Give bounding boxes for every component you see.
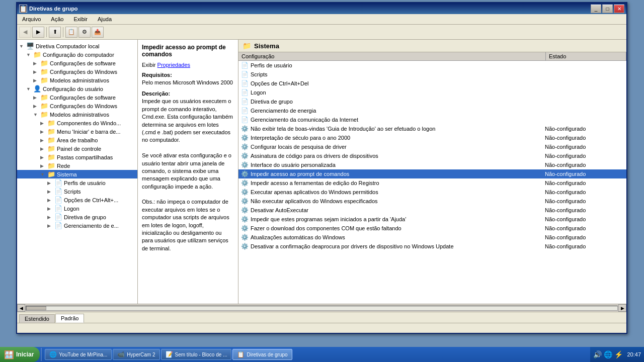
col-config-header[interactable]: Configuração bbox=[238, 52, 546, 60]
list-row[interactable]: ⚙️Executar apenas aplicativos do Windows… bbox=[238, 188, 626, 197]
tree-item[interactable]: ▶📁Rede bbox=[17, 161, 137, 170]
taskbar: 🪟 Iniciar 🌐YouTube de MrPina...📹HyperCam… bbox=[0, 347, 644, 362]
list-row[interactable]: ⚙️Interpretação de século para o ano 200… bbox=[238, 133, 626, 142]
start-button[interactable]: 🪟 Iniciar bbox=[0, 347, 40, 362]
back-button[interactable]: ◀ bbox=[19, 27, 31, 38]
tree-item[interactable]: ▶📁Painel de controle bbox=[17, 144, 137, 153]
forward-button[interactable]: ▶ bbox=[32, 27, 44, 38]
app-icon: 📋 bbox=[19, 5, 27, 13]
tree-item[interactable]: ▶📄Diretiva de grupo bbox=[17, 213, 137, 221]
tree-item[interactable]: ▶📄Gerenciamento de e... bbox=[17, 221, 137, 230]
tab-estendido[interactable]: Estendido bbox=[19, 314, 55, 323]
list-row[interactable]: ⚙️Interface do usuário personalizadaNão-… bbox=[238, 160, 626, 169]
menu-ajuda[interactable]: Ajuda bbox=[95, 15, 115, 23]
list-row-name: Impedir acesso ao prompt de comandos bbox=[250, 171, 545, 177]
tree-item[interactable]: ▶📄Perfis de usuário bbox=[17, 178, 137, 187]
tree-item[interactable]: ▶📁Modelos administrativos bbox=[17, 76, 137, 84]
minimize-button[interactable]: _ bbox=[591, 5, 601, 13]
desc-link[interactable]: Propriedades bbox=[157, 62, 190, 68]
list-row[interactable]: ⚙️Assinatura de código para os drivers d… bbox=[238, 151, 626, 160]
export-button[interactable]: 📤 bbox=[92, 27, 104, 38]
list-row[interactable]: 📄Perfis de usuário bbox=[238, 61, 626, 70]
taskbar-app[interactable]: 📝Sem título - Bloco de ... bbox=[161, 349, 232, 360]
list-row[interactable]: ⚙️Não exibir tela de boas-vindas 'Guia d… bbox=[238, 124, 626, 133]
list-row[interactable]: ⚙️Desativar a confirmação deaprocura por… bbox=[238, 242, 626, 251]
desc-req-text: Pelo menos Microsoft Windows 2000 bbox=[142, 79, 234, 86]
show-hide-button[interactable]: 📋 bbox=[65, 27, 77, 38]
tree-item[interactable]: ▶📁Menu 'Iniciar' e barra de... bbox=[17, 127, 137, 136]
list-row[interactable]: ⚙️Impedir acesso ao prompt de comandosNã… bbox=[238, 169, 626, 178]
tree-item[interactable]: ▶📄Logon bbox=[17, 204, 137, 213]
list-row-estado: Não-configurado bbox=[545, 171, 625, 177]
list-row[interactable]: 📄Gerenciamento de energia bbox=[238, 106, 626, 115]
menu-arquivo[interactable]: Arquivo bbox=[19, 15, 44, 23]
tree-item-icon: 📁 bbox=[40, 111, 48, 118]
col-estado-header[interactable]: Estado bbox=[546, 52, 626, 60]
taskbar-app[interactable]: 📋Diretivas de grupo bbox=[232, 349, 292, 360]
list-row-estado: Não-configurado bbox=[545, 135, 625, 141]
scroll-track-h[interactable] bbox=[26, 306, 618, 311]
tree-item[interactable]: ▼📁Modelos administrativos bbox=[17, 110, 137, 119]
tree-item[interactable]: ▼👤Configuração do usuário bbox=[17, 84, 137, 93]
list-row[interactable]: ⚙️Configurar locais de pesquisa de drive… bbox=[238, 142, 626, 151]
list-row[interactable]: ⚙️Impedir que estes programas sejam inic… bbox=[238, 215, 626, 224]
tree-expand-icon: ▼ bbox=[40, 172, 46, 177]
tree-expand-icon: ▶ bbox=[47, 180, 53, 186]
tree-item-label: Painel de controle bbox=[57, 146, 101, 152]
list-row[interactable]: ⚙️Fazer o download dos componentes COM q… bbox=[238, 224, 626, 233]
list-row[interactable]: ⚙️Não executar aplicativos do Windows es… bbox=[238, 197, 626, 206]
close-button[interactable]: ✕ bbox=[614, 5, 624, 13]
tree-item[interactable]: ▶📁Componentes do Windo... bbox=[17, 119, 137, 127]
taskbar-app[interactable]: 🌐YouTube de MrPina... bbox=[45, 349, 112, 360]
tree-item[interactable]: ▼🖥️Diretiva Computador local bbox=[17, 42, 137, 50]
tree-item[interactable]: ▶📁Área de trabalho bbox=[17, 136, 137, 144]
tree-item[interactable]: ▶📁Configurações do Windows bbox=[17, 67, 137, 76]
restore-button[interactable]: □ bbox=[602, 5, 613, 13]
list-row[interactable]: 📄Scripts bbox=[238, 70, 626, 79]
list-row[interactable]: ⚙️Atualizações automáticas do WindowsNão… bbox=[238, 233, 626, 242]
menu-exibir[interactable]: Exibir bbox=[70, 15, 91, 23]
list-row-icon: ⚙️ bbox=[239, 225, 250, 232]
tray-icon-2[interactable]: 🌐 bbox=[604, 350, 612, 358]
list-row-name: Impedir acesso a ferramentas de edição d… bbox=[250, 180, 545, 186]
tray-icon-3[interactable]: ⚡ bbox=[614, 350, 623, 358]
tab-padrao[interactable]: Padrão bbox=[55, 314, 84, 323]
scroll-left-btn[interactable]: ◀ bbox=[17, 304, 25, 312]
tray-icon-1[interactable]: 🔊 bbox=[593, 350, 602, 358]
list-row[interactable]: ⚙️Impedir acesso a ferramentas de edição… bbox=[238, 178, 626, 188]
list-row-estado: Não-configurado bbox=[545, 234, 625, 240]
list-row-estado: Não-configurado bbox=[545, 153, 625, 159]
tree-item-icon: 📁 bbox=[47, 170, 55, 178]
up-button[interactable]: ⬆ bbox=[49, 27, 61, 38]
list-row-estado: Não-configurado bbox=[545, 198, 625, 204]
menu-acao[interactable]: Ação bbox=[48, 15, 66, 23]
list-header-bar: 📁 Sistema bbox=[238, 40, 626, 52]
list-row[interactable]: 📄Diretiva de grupo bbox=[238, 97, 626, 106]
scroll-right-btn[interactable]: ▶ bbox=[618, 304, 626, 312]
list-row[interactable]: 📄Gerenciamento da comunicação da Interne… bbox=[238, 115, 626, 124]
tree-item[interactable]: ▶📁Pastas compartilhadas bbox=[17, 153, 137, 161]
tree-item-label: Configurações de software bbox=[50, 60, 116, 66]
tabs-bar: Estendido Padrão bbox=[17, 312, 626, 323]
taskbar-app-label: Sem título - Bloco de ... bbox=[175, 352, 227, 357]
tree-item[interactable]: ▶📄Scripts bbox=[17, 187, 137, 196]
list-row-name: Configurar locais de pesquisa de driver bbox=[250, 144, 545, 150]
scrollbar-h[interactable]: ◀ ▶ bbox=[17, 304, 626, 312]
list-row[interactable]: 📄Opções de Ctrl+Alt+Del bbox=[238, 79, 626, 88]
taskbar-app[interactable]: 📹HyperCam 2 bbox=[113, 349, 159, 360]
tree-item[interactable]: ▶📄Opções de Ctrl+Alt+... bbox=[17, 196, 137, 204]
tree-item[interactable]: ▶📁Configurações de software bbox=[17, 93, 137, 102]
tree-item[interactable]: ▼📁Configuração do computador bbox=[17, 50, 137, 59]
properties-button[interactable]: ⚙ bbox=[78, 27, 91, 38]
list-row[interactable]: 📄Logon bbox=[238, 88, 626, 97]
tree-expand-icon: ▶ bbox=[33, 61, 39, 66]
list-row[interactable]: ⚙️Desativar AutoExecutarNão-configurado bbox=[238, 206, 626, 215]
tree-item-label: Gerenciamento de e... bbox=[64, 223, 119, 229]
list-row-icon: 📄 bbox=[239, 71, 250, 78]
scroll-thumb-h[interactable] bbox=[26, 306, 46, 310]
tree-item[interactable]: ▶📁Configurações do Windows bbox=[17, 102, 137, 110]
tree-item[interactable]: ▶📁Configurações de software bbox=[17, 59, 137, 67]
tree-item[interactable]: ▼📁Sistema bbox=[17, 170, 137, 178]
list-row-icon: 📄 bbox=[239, 116, 250, 123]
tree-item-label: Logon bbox=[64, 206, 79, 212]
